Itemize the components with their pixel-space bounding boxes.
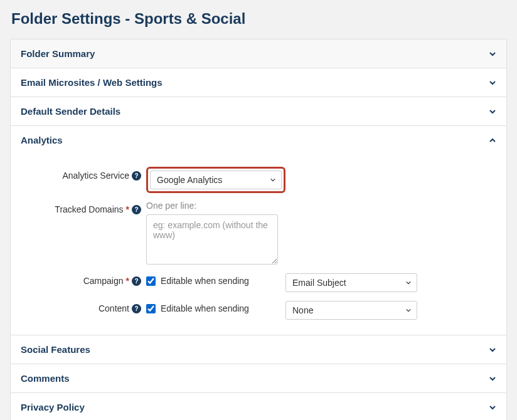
section-title: Social Features <box>21 344 90 355</box>
chevron-up-icon <box>489 137 496 144</box>
campaign-editable-checkbox[interactable] <box>146 276 156 286</box>
settings-accordion: Folder Summary Email Microsites / Web Se… <box>10 39 507 420</box>
section-email-microsites: Email Microsites / Web Settings <box>11 68 506 97</box>
campaign-editable-label: Editable when sending <box>161 276 249 286</box>
section-analytics: Analytics Analytics Service ? Google Ana… <box>11 126 506 335</box>
section-header-folder-summary[interactable]: Folder Summary <box>11 39 506 68</box>
content-editable-label: Editable when sending <box>161 303 249 313</box>
page-title: Folder Settings - Sports & Social <box>10 10 507 28</box>
section-default-sender: Default Sender Details <box>11 97 506 126</box>
help-icon[interactable]: ? <box>132 205 141 214</box>
section-folder-summary: Folder Summary <box>11 39 506 68</box>
section-header-comments[interactable]: Comments <box>11 364 506 392</box>
analytics-body: Analytics Service ? Google Analytics Tra… <box>11 154 506 335</box>
section-privacy-policy: Privacy Policy <box>11 393 506 420</box>
tracked-domains-textarea[interactable] <box>146 214 278 265</box>
row-campaign: Campaign * ? Editable when sending Email… <box>21 272 496 292</box>
help-icon[interactable]: ? <box>132 304 141 313</box>
chevron-down-icon <box>489 50 496 58</box>
required-marker: * <box>126 204 129 214</box>
section-header-social-features[interactable]: Social Features <box>11 335 506 364</box>
section-header-email-microsites[interactable]: Email Microsites / Web Settings <box>11 68 506 97</box>
chevron-down-icon <box>489 404 496 411</box>
section-social-features: Social Features <box>11 335 506 364</box>
row-tracked-domains: Tracked Domains * ? One per line: <box>21 201 496 265</box>
label-text: Tracked Domains <box>55 204 123 214</box>
section-title: Comments <box>21 373 70 384</box>
section-title: Analytics <box>21 135 63 145</box>
label-tracked-domains: Tracked Domains * ? <box>21 201 146 214</box>
campaign-select[interactable]: Email Subject <box>285 273 417 292</box>
section-header-analytics[interactable]: Analytics <box>11 126 506 154</box>
row-content: Content ? Editable when sending None <box>21 300 496 320</box>
label-text: Analytics Service <box>62 171 129 181</box>
chevron-down-icon <box>489 346 496 354</box>
section-header-privacy-policy[interactable]: Privacy Policy <box>11 393 506 420</box>
help-icon[interactable]: ? <box>132 276 141 286</box>
label-text: Campaign <box>83 276 124 286</box>
section-title: Folder Summary <box>21 48 95 59</box>
chevron-down-icon <box>489 108 496 115</box>
section-title: Default Sender Details <box>21 106 120 117</box>
row-analytics-service: Analytics Service ? Google Analytics <box>21 167 496 193</box>
section-title: Email Microsites / Web Settings <box>21 77 163 88</box>
required-marker: * <box>126 276 129 286</box>
analytics-service-select[interactable]: Google Analytics <box>150 171 282 189</box>
chevron-down-icon <box>489 79 496 87</box>
chevron-down-icon <box>489 375 496 382</box>
label-content: Content ? <box>21 300 146 313</box>
section-title: Privacy Policy <box>21 402 85 412</box>
content-editable-checkbox[interactable] <box>146 304 156 313</box>
highlight-analytics-service: Google Analytics <box>146 167 285 193</box>
label-text: Content <box>99 303 129 313</box>
label-analytics-service: Analytics Service ? <box>21 167 146 181</box>
section-header-default-sender[interactable]: Default Sender Details <box>11 97 506 125</box>
help-icon[interactable]: ? <box>132 171 141 181</box>
label-campaign: Campaign * ? <box>21 272 146 286</box>
tracked-domains-hint: One per line: <box>146 201 196 211</box>
section-comments: Comments <box>11 364 506 393</box>
content-select[interactable]: None <box>285 301 417 320</box>
